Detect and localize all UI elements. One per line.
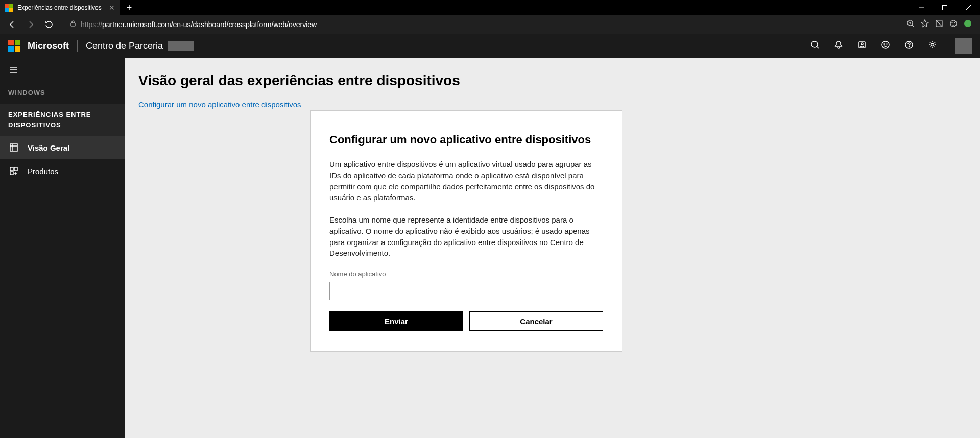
svg-point-20 (884, 44, 885, 44)
browser-address-bar: https://partner.microsoft.com/en-us/dash… (0, 15, 980, 34)
hamburger-button[interactable] (0, 58, 125, 84)
tracker-icon[interactable] (935, 19, 943, 30)
tab-title: Experiências entre dispositivos (17, 4, 102, 11)
new-tab-button[interactable]: + (127, 3, 132, 13)
svg-point-14 (964, 20, 971, 27)
smiley-icon[interactable] (881, 40, 890, 52)
svg-line-6 (912, 25, 914, 27)
sidebar-item-label: Visão Geral (28, 143, 69, 152)
brand-label: Microsoft (28, 41, 69, 52)
field-label: Nome do aplicativo (329, 270, 603, 278)
svg-point-13 (954, 22, 955, 23)
svg-rect-32 (14, 167, 17, 171)
browser-tab[interactable]: Experiências entre dispositivos ✕ (0, 0, 121, 15)
header-divider (77, 40, 78, 52)
tab-close-button[interactable]: ✕ (109, 4, 115, 12)
svg-rect-33 (10, 172, 13, 175)
svg-line-10 (936, 20, 942, 27)
svg-rect-4 (71, 23, 75, 26)
window-close-button[interactable] (957, 0, 980, 15)
app-name-field[interactable] (329, 282, 603, 300)
sidebar-section-label: WINDOWS (0, 84, 125, 104)
configure-new-app-link[interactable]: Configurar um novo aplicativo entre disp… (138, 100, 301, 109)
svg-point-15 (811, 41, 818, 47)
sidebar-item-overview[interactable]: Visão Geral (0, 136, 125, 159)
microsoft-logo-icon (8, 40, 20, 52)
overview-icon (9, 143, 18, 152)
nav-back-button[interactable] (4, 16, 20, 33)
products-icon (9, 166, 18, 176)
sidebar-item-label: Produtos (28, 167, 58, 176)
company-icon[interactable] (857, 40, 867, 52)
submit-button[interactable]: Enviar (329, 311, 463, 331)
app-name-label: Centro de Parceria (86, 41, 163, 52)
nav-refresh-button[interactable] (41, 16, 57, 33)
modal-paragraph: Escolha um nome que represente a identid… (329, 214, 603, 259)
notifications-icon[interactable] (834, 40, 843, 52)
zoom-icon[interactable] (906, 19, 915, 30)
app-header: Microsoft Centro de Parceria (0, 34, 980, 58)
cancel-button[interactable]: Cancelar (469, 311, 603, 331)
svg-line-16 (817, 47, 819, 49)
search-icon[interactable] (810, 40, 820, 52)
svg-point-19 (882, 41, 889, 48)
svg-rect-28 (10, 144, 17, 151)
svg-point-24 (931, 44, 934, 46)
svg-point-18 (861, 43, 863, 45)
avatar[interactable] (955, 38, 972, 54)
configure-app-modal: Configurar um novo aplicativo entre disp… (310, 110, 622, 352)
sidebar-item-products[interactable]: Produtos (0, 159, 125, 183)
url-text[interactable]: https://partner.microsoft.com/en-us/dash… (81, 20, 904, 29)
modal-paragraph: Um aplicativo entre dispositivos é um ap… (329, 159, 603, 203)
feedback-icon[interactable] (949, 19, 958, 30)
profile-badge-icon[interactable] (964, 19, 972, 30)
favorite-icon[interactable] (921, 19, 929, 30)
svg-rect-31 (10, 167, 13, 171)
sidebar-section-title[interactable]: EXPERIÊNCIAS ENTRE DISPOSITIVOS (0, 104, 125, 136)
microsoft-favicon-icon (5, 4, 13, 12)
window-controls (910, 0, 980, 15)
svg-rect-1 (943, 6, 947, 10)
sidebar: WINDOWS EXPERIÊNCIAS ENTRE DISPOSITIVOS … (0, 58, 125, 438)
nav-forward-button[interactable] (22, 16, 39, 33)
gear-icon[interactable] (928, 40, 937, 52)
svg-point-12 (952, 22, 952, 23)
svg-point-11 (950, 20, 957, 27)
page-title: Visão geral das experiências entre dispo… (138, 72, 967, 89)
lock-icon[interactable] (69, 20, 77, 29)
svg-point-21 (887, 44, 887, 44)
svg-point-23 (909, 47, 910, 47)
window-maximize-button[interactable] (933, 0, 957, 15)
window-titlebar: Experiências entre dispositivos ✕ + (0, 0, 980, 15)
modal-title: Configurar um novo aplicativo entre disp… (329, 133, 603, 147)
help-icon[interactable] (904, 40, 914, 52)
window-minimize-button[interactable] (910, 0, 933, 15)
redacted-block (168, 41, 194, 51)
